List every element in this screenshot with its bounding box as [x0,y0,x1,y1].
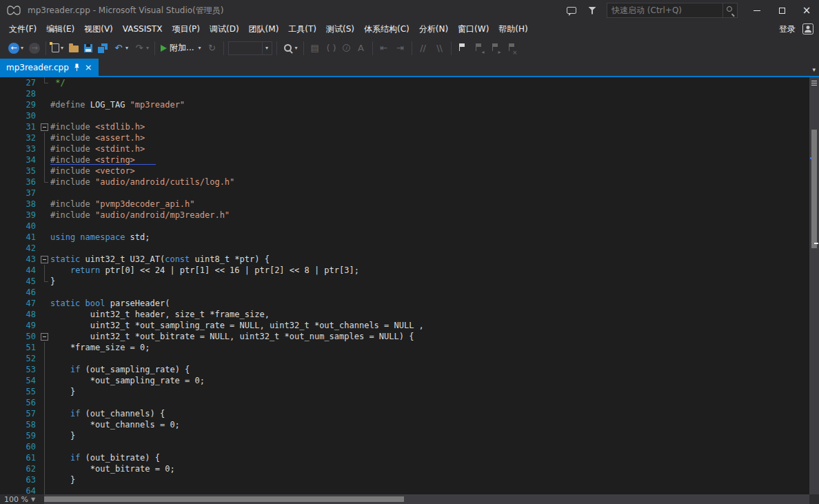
code-line[interactable]: 52 [0,353,809,364]
breakpoint-margin[interactable] [0,331,14,342]
refresh-button[interactable]: ↻ [205,40,220,57]
breakpoint-margin[interactable] [0,309,14,320]
code-line[interactable]: 36#include "audio/android/cutils/log.h" [0,177,809,188]
menu-item[interactable]: 分析(N) [414,21,453,37]
code-line[interactable]: 44 return ptr[0] << 24 | ptr[1] << 16 | … [0,265,809,276]
code-line[interactable]: 46 [0,287,809,298]
code-line[interactable]: 62 *out_bitrate = 0; [0,463,809,474]
code-line[interactable]: 37 [0,188,809,199]
save-button[interactable] [82,40,94,57]
breakpoint-margin[interactable] [0,221,14,232]
breakpoint-margin[interactable] [0,419,14,430]
menu-item[interactable]: 文件(F) [4,21,41,37]
close-button[interactable]: × [794,0,819,21]
menu-item[interactable]: 帮助(H) [494,21,532,37]
breakpoint-margin[interactable] [0,474,14,485]
breakpoint-margin[interactable] [0,265,14,276]
code-line[interactable]: 41using namespace std; [0,232,809,243]
breakpoint-margin[interactable] [0,342,14,353]
code-line[interactable]: 34#include <string> [0,154,809,165]
breakpoint-margin[interactable] [0,254,14,265]
breakpoint-margin[interactable] [0,210,14,221]
search-icon[interactable] [722,3,737,17]
decrease-indent-button[interactable]: ⇤ [376,40,392,57]
new-file-button[interactable]: ▾ [50,40,65,57]
parameter-info-button[interactable]: ( ) [324,40,339,57]
code-line[interactable]: 51 *frame_size = 0; [0,342,809,353]
save-all-button[interactable] [96,40,110,57]
pin-icon[interactable] [74,63,80,72]
code-line[interactable]: 56 [0,397,809,408]
comment-selection-button[interactable]: // [416,40,431,57]
breakpoint-margin[interactable] [0,232,14,243]
menu-item[interactable]: 窗口(W) [453,21,494,37]
increase-indent-button[interactable]: ⇥ [393,40,408,57]
display-member-list-button[interactable]: ▤ [307,40,323,57]
breakpoint-margin[interactable] [0,485,14,494]
feedback-icon[interactable] [561,0,582,21]
minimize-button[interactable] [745,0,769,21]
code-line[interactable]: 48 uint32_t header, size_t *frame_size, [0,309,809,320]
collapse-box-icon[interactable] [41,333,48,341]
code-line[interactable]: 55 } [0,386,809,397]
split-window-handle[interactable] [809,77,819,88]
sign-in-link[interactable]: 登录 [779,23,796,35]
vs-logo-icon[interactable] [7,6,21,15]
code-line[interactable]: 49 uint32_t *out_sampling_rate = NULL, u… [0,320,809,331]
breakpoint-margin[interactable] [0,287,14,298]
breakpoint-margin[interactable] [0,353,14,364]
breakpoint-margin[interactable] [0,320,14,331]
code-line[interactable]: 61 if (out_bitrate) { [0,452,809,463]
code-line[interactable]: 50 uint32_t *out_bitrate = NULL, uint32_… [0,331,809,342]
zoom-control[interactable]: 100 % ▼ [0,495,44,504]
notifications-icon[interactable] [582,0,603,21]
code-line[interactable]: 58 *out_channels = 0; [0,419,809,430]
find-in-files-button[interactable]: ▾ [281,40,300,57]
breakpoint-margin[interactable] [0,188,14,199]
tab-list-chevron-icon[interactable]: ▾ [812,66,816,73]
horizontal-scrollbar[interactable] [44,494,809,504]
breakpoint-margin[interactable] [0,386,14,397]
breakpoint-margin[interactable] [0,199,14,210]
breakpoint-margin[interactable] [0,143,14,154]
code-line[interactable]: 28 [0,88,809,99]
code-line[interactable]: 40 [0,221,809,232]
menu-item[interactable]: 工具(T) [283,21,321,37]
menu-item[interactable]: 团队(M) [244,21,284,37]
code-line[interactable]: 57 if (out_channels) { [0,408,809,419]
code-line[interactable]: 32#include <assert.h> [0,132,809,143]
collapse-box-icon[interactable] [41,256,48,263]
code-line[interactable]: 47static bool parseHeader( [0,298,809,309]
previous-bookmark-button[interactable] [472,40,487,57]
code-line[interactable]: 45} [0,276,809,287]
code-line[interactable]: 38#include "pvmp3decoder_api.h" [0,199,809,210]
undo-button[interactable]: ↶▾ [111,40,130,57]
menu-item[interactable]: 项目(P) [167,21,205,37]
code-line[interactable]: 30 [0,110,809,121]
menu-item[interactable]: 调试(D) [205,21,244,37]
code-line[interactable]: 43static uint32_t U32_AT(const uint8_t *… [0,254,809,265]
breakpoint-margin[interactable] [0,463,14,474]
code-line[interactable]: 29#define LOG_TAG "mp3reader" [0,99,809,110]
next-bookmark-button[interactable] [488,40,503,57]
code-line[interactable]: 63 } [0,474,809,485]
open-file-button[interactable] [67,40,81,57]
code-line[interactable]: 35#include <vector> [0,165,809,177]
breakpoint-margin[interactable] [0,77,14,88]
breakpoint-margin[interactable] [0,364,14,375]
menu-item[interactable]: 体系结构(C) [359,21,414,37]
word-completion-button[interactable]: A [354,40,369,57]
vertical-scrollbar[interactable] [809,77,819,494]
code-line[interactable]: 53 if (out_sampling_rate) { [0,364,809,375]
toggle-bookmark-button[interactable] [455,40,470,57]
navigate-forward-button[interactable]: → [27,40,42,57]
breakpoint-margin[interactable] [0,121,14,132]
maximize-button[interactable] [769,0,794,21]
menu-item[interactable]: 测试(S) [321,21,359,37]
code-line[interactable]: 27 */ [0,77,809,88]
horizontal-scrollbar-thumb[interactable] [44,496,404,502]
code-line[interactable]: 31#include <stdlib.h> [0,121,809,132]
quick-launch-input[interactable] [607,6,722,15]
uncomment-selection-button[interactable]: \\ [432,40,447,57]
code-line[interactable]: 60 [0,441,809,452]
